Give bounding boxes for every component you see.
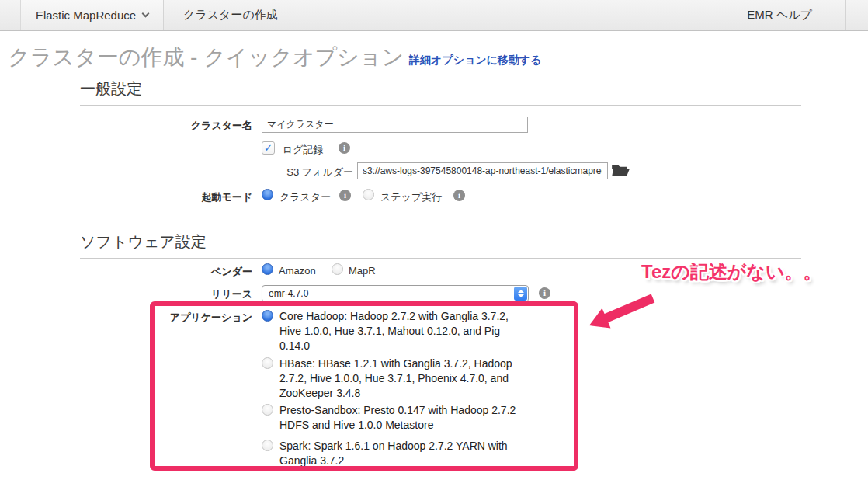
release-select-value: emr-4.7.0 (269, 288, 308, 299)
info-icon[interactable]: i (539, 287, 550, 299)
application-radio-core-hadoop[interactable] (262, 310, 273, 322)
info-icon[interactable]: i (339, 142, 350, 154)
application-radio-hbase[interactable] (262, 357, 273, 369)
top-navigation-bar: Elastic MapReduce クラスターの作成 EMR ヘルプ (0, 0, 868, 31)
s3-folder-input[interactable] (357, 162, 608, 179)
cluster-name-label: クラスター名 (80, 119, 252, 133)
info-icon[interactable]: i (339, 190, 351, 201)
application-radio-spark[interactable] (262, 440, 273, 451)
vendor-option-label: MapR (349, 265, 376, 277)
breadcrumb-current-page: クラスターの作成 (164, 0, 278, 30)
folder-open-icon[interactable] (612, 164, 630, 177)
release-label: リリース (80, 287, 252, 301)
launch-mode-label: 起動モード (80, 190, 252, 204)
application-option-label: Core Hadoop: Hadoop 2.7.2 with Ganglia 3… (279, 309, 522, 353)
application-label: アプリケーション (80, 311, 252, 325)
vendor-option-label: Amazon (279, 265, 316, 277)
launch-mode-radio-cluster[interactable] (262, 189, 273, 200)
logging-checkbox[interactable]: ✓ (262, 141, 275, 155)
launch-mode-option-label: ステップ実行 (380, 190, 442, 204)
advanced-options-link[interactable]: 詳細オプションに移動する (409, 54, 542, 68)
service-menu-elastic-mapreduce[interactable]: Elastic MapReduce (21, 0, 164, 30)
info-icon[interactable]: i (453, 190, 465, 201)
page-title: クラスターの作成 - クイックオプション (8, 43, 404, 72)
vendor-label: ベンダー (80, 265, 252, 279)
service-menu-label: Elastic MapReduce (36, 9, 136, 22)
application-radio-presto-sandbox[interactable] (262, 404, 273, 416)
vendor-radio-mapr[interactable] (332, 263, 343, 275)
topbar-right-cap (846, 0, 868, 30)
launch-mode-radio-step[interactable] (363, 189, 374, 200)
logging-label: ログ記録 (283, 143, 324, 157)
launch-mode-option-label: クラスター (279, 190, 331, 204)
general-settings-heading: 一般設定 (80, 78, 801, 106)
check-icon: ✓ (264, 142, 273, 154)
s3-folder-label: S3 フォルダー (80, 165, 353, 179)
release-select[interactable]: emr-4.7.0 (262, 285, 529, 302)
application-option-label: Presto-Sandbox: Presto 0.147 with Hadoop… (279, 403, 522, 433)
chevron-down-icon (142, 10, 150, 18)
cluster-name-input[interactable] (262, 117, 528, 133)
vendor-radio-amazon[interactable] (262, 263, 273, 275)
annotation-arrow-icon (587, 290, 658, 331)
application-option-label: Spark: Spark 1.6.1 on Hadoop 2.7.2 YARN … (279, 439, 522, 468)
emr-help-button[interactable]: EMR ヘルプ (713, 0, 846, 30)
select-stepper-icon (514, 287, 527, 301)
topbar-left-cap (0, 0, 21, 30)
application-option-label: HBase: HBase 1.2.1 with Ganglia 3.7.2, H… (279, 357, 522, 401)
software-settings-heading: ソフトウェア設定 (80, 231, 801, 259)
annotation-note: Tezの記述がない。。 (641, 259, 821, 284)
